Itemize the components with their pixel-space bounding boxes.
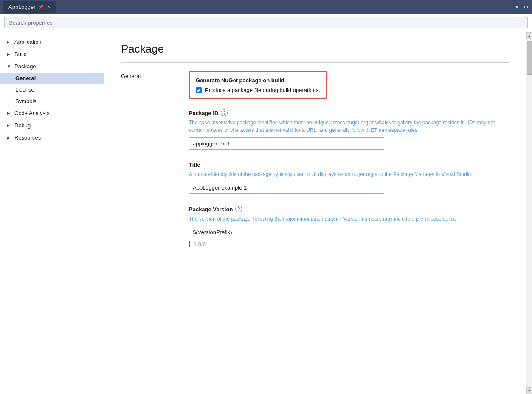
help-icon-package-id[interactable]: ? <box>221 109 228 116</box>
title-bar-title: AppLogger 📌 ✕ <box>3 1 515 13</box>
sidebar-child-license[interactable]: License <box>0 84 104 95</box>
page-title: Package <box>121 42 509 56</box>
chevron-icon <box>7 39 12 44</box>
field-title-package-version: Package Version ? <box>189 206 509 212</box>
sidebar-item-package[interactable]: Package <box>0 60 104 73</box>
scroll-up-button[interactable]: ▲ <box>526 32 532 39</box>
pin-icon[interactable]: 📌 <box>38 4 44 10</box>
title-bar: AppLogger 📌 ✕ ▾ ⚙ <box>0 0 532 14</box>
scroll-thumb[interactable] <box>527 41 532 75</box>
sidebar-child-label: License <box>15 87 34 93</box>
chevron-icon <box>7 111 12 115</box>
sidebar-item-label: Build <box>14 51 27 57</box>
field-group-package-version: Package Version ? The version of the pac… <box>189 206 509 247</box>
version-hint: 1.0.0 <box>189 241 509 247</box>
sidebar-child-label: Symbols <box>15 98 37 104</box>
nuget-box: Generate NuGet package on build Produce … <box>189 71 327 99</box>
nuget-checkbox[interactable] <box>196 87 202 93</box>
section-content: Generate NuGet package on build Produce … <box>189 71 509 259</box>
field-description-package-id: The case-insensitive package identifier,… <box>189 119 509 134</box>
chevron-icon <box>7 52 12 56</box>
chevron-icon <box>7 135 12 140</box>
section-label: General <box>121 71 172 259</box>
sidebar-item-build[interactable]: Build <box>0 48 104 60</box>
tab-label: AppLogger <box>8 4 36 10</box>
sidebar-item-label: Resources <box>14 134 41 141</box>
sidebar-child-label: General <box>15 75 36 81</box>
sidebar-item-code-analysis[interactable]: Code Analysis <box>0 107 104 119</box>
field-title-title: Title <box>189 162 509 168</box>
search-bar-container <box>0 14 532 32</box>
field-group-title: Title A human-friendly title of the pack… <box>189 162 509 194</box>
scrollbar: ▲ ▼ <box>526 32 532 394</box>
field-title-text: Title <box>189 162 200 168</box>
field-description-package-version: The version of the package, following th… <box>189 215 509 223</box>
title-bar-controls: ▾ ⚙ <box>515 4 529 10</box>
section-divider <box>121 62 509 63</box>
chevron-icon <box>7 123 12 128</box>
nuget-title: Generate NuGet package on build <box>196 77 320 84</box>
field-group-package-id: Package ID ? The case-insensitive packag… <box>189 109 509 150</box>
sidebar: Application Build Package General Licens… <box>0 32 104 394</box>
title-input[interactable] <box>189 182 384 194</box>
field-description-title: A human-friendly title of the package, t… <box>189 170 509 178</box>
field-title-text: Package ID <box>189 110 218 116</box>
sidebar-child-symbols[interactable]: Symbols <box>0 95 104 107</box>
package-version-input[interactable] <box>189 226 384 238</box>
sidebar-item-application[interactable]: Application <box>0 36 104 48</box>
search-input[interactable] <box>4 17 528 28</box>
sidebar-item-debug[interactable]: Debug <box>0 119 104 131</box>
settings-icon[interactable]: ⚙ <box>524 4 529 10</box>
sidebar-item-label: Application <box>14 39 42 45</box>
dropdown-icon[interactable]: ▾ <box>515 4 518 10</box>
close-icon[interactable]: ✕ <box>47 4 51 10</box>
nuget-checkbox-row: Produce a package file during build oper… <box>196 87 320 93</box>
sidebar-item-label: Debug <box>14 122 31 129</box>
field-title-package-id: Package ID ? <box>189 109 509 116</box>
chevron-icon <box>7 64 12 69</box>
main-container: Application Build Package General Licens… <box>0 32 532 394</box>
sidebar-item-label: Code Analysis <box>14 110 49 116</box>
field-title-text: Package Version <box>189 206 233 212</box>
package-id-input[interactable] <box>189 137 384 150</box>
nuget-checkbox-label[interactable]: Produce a package file during build oper… <box>205 87 320 93</box>
sidebar-item-label: Package <box>14 63 36 70</box>
general-section: General Generate NuGet package on build … <box>121 71 509 259</box>
content-area: Package General Generate NuGet package o… <box>104 32 526 394</box>
help-icon-package-version[interactable]: ? <box>235 206 242 212</box>
app-tab[interactable]: AppLogger 📌 ✕ <box>3 1 56 13</box>
sidebar-item-resources[interactable]: Resources <box>0 131 104 144</box>
scroll-down-button[interactable]: ▼ <box>526 387 532 394</box>
sidebar-child-general[interactable]: General <box>0 73 104 84</box>
